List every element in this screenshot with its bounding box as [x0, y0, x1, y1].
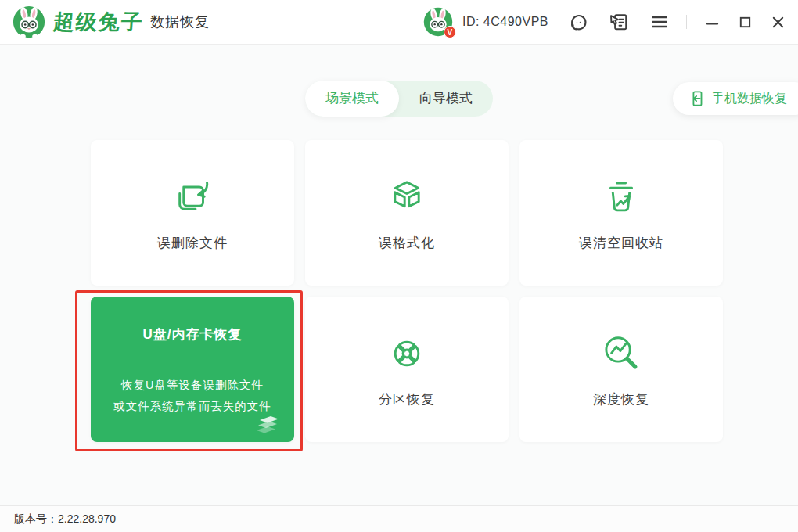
brand-suffix: 数据恢复 — [150, 13, 210, 31]
user-avatar[interactable]: V — [423, 7, 453, 37]
phone-recovery-button[interactable]: 手机数据恢复 — [673, 82, 798, 115]
card-label: 误删除文件 — [157, 234, 228, 252]
customer-service-icon[interactable] — [567, 11, 589, 33]
card-description-line1: 恢复U盘等设备误删除文件 — [113, 375, 271, 396]
card-title: U盘/内存卡恢复 — [143, 325, 243, 343]
trash-restore-icon — [600, 176, 642, 218]
phone-recovery-label: 手机数据恢复 — [712, 91, 787, 107]
card-formatted[interactable]: 误格式化 — [305, 140, 509, 286]
card-label: 误清空回收站 — [579, 234, 663, 252]
card-label: 深度恢复 — [593, 390, 649, 408]
tab-wizard-mode[interactable]: 向导模式 — [399, 81, 493, 117]
minimize-button[interactable] — [704, 14, 720, 30]
close-button[interactable] — [770, 14, 785, 30]
card-partition-recovery[interactable]: 分区恢复 — [305, 297, 509, 442]
deep-scan-icon — [600, 332, 642, 375]
card-usb-memory-recovery[interactable]: U盘/内存卡恢复 恢复U盘等设备误删除文件 或文件系统异常而丢失的文件 — [91, 297, 294, 442]
titlebar-separator — [686, 15, 687, 29]
phone-arrow-icon — [688, 90, 706, 107]
card-deleted-files[interactable]: 误删除文件 — [91, 140, 294, 286]
file-restore-icon — [171, 176, 214, 218]
rabbit-logo-icon — [13, 5, 45, 38]
footer: 版本号：2.22.28.970 — [0, 505, 798, 532]
app-window: 超级兔子 数据恢复 V ID: 4C490VP — [0, 0, 798, 532]
recovery-card-grid: 误删除文件 误格式化 误清空 — [91, 140, 723, 442]
card-deep-recovery[interactable]: 深度恢复 — [519, 297, 723, 442]
user-id: ID: 4C490VPB — [462, 15, 548, 29]
tab-scene-mode[interactable]: 场景模式 — [305, 81, 399, 117]
cube-icon — [386, 176, 428, 218]
feedback-icon[interactable] — [608, 11, 630, 33]
mode-tab-switcher: 场景模式 向导模式 — [305, 81, 493, 117]
maximize-button[interactable] — [737, 14, 753, 30]
version-number: 版本号：2.22.28.970 — [14, 512, 116, 527]
titlebar: 超级兔子 数据恢复 V ID: 4C490VP — [0, 0, 798, 45]
card-description: 恢复U盘等设备误删除文件 或文件系统异常而丢失的文件 — [113, 375, 271, 417]
menu-icon[interactable] — [649, 11, 670, 33]
card-description-line2: 或文件系统异常而丢失的文件 — [113, 396, 271, 417]
vip-badge: V — [444, 26, 456, 38]
card-recycle-bin[interactable]: 误清空回收站 — [519, 140, 723, 286]
partition-icon — [386, 332, 428, 375]
layers-icon — [253, 412, 285, 437]
brand-name: 超级兔子 — [52, 8, 146, 36]
card-label: 分区恢复 — [379, 390, 435, 408]
card-label: 误格式化 — [379, 234, 435, 252]
